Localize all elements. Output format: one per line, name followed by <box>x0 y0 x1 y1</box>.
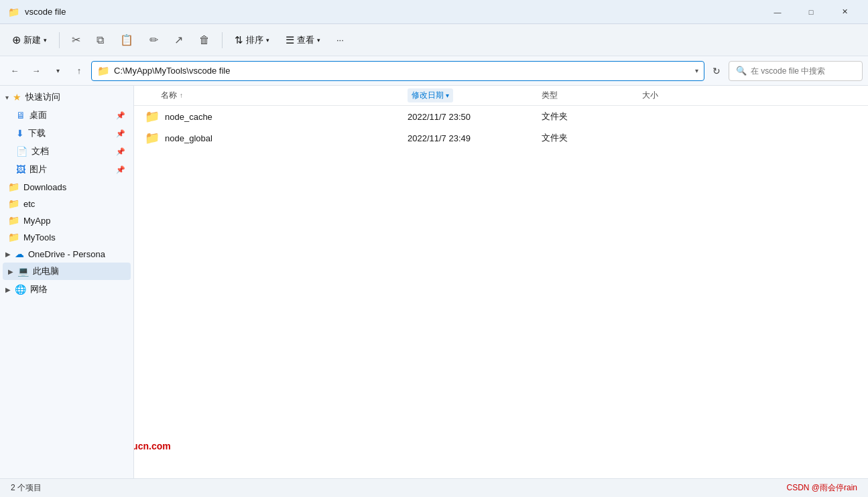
onedrive-label: OneDrive - Persona <box>28 249 105 259</box>
file-name-node-global: node_global <box>165 133 212 143</box>
sidebar-item-myapp[interactable]: 📁 MyApp <box>3 212 131 228</box>
refresh-button[interactable]: ↻ <box>707 62 726 80</box>
status-item-count: 2 个项目 <box>11 482 42 494</box>
address-dropdown-icon[interactable]: ▾ <box>695 67 698 74</box>
delete-button[interactable]: 🗑 <box>192 28 216 52</box>
cut-button[interactable]: ✂ <box>65 28 87 52</box>
window-icon: 📁 <box>8 7 19 17</box>
sidebar: ▾ ★ 快速访问 🖥 桌面 📌 ⬇ 下载 📌 📄 文档 📌 🖼 图片 📌 <box>0 86 134 478</box>
chevron-right-icon-3: ▶ <box>5 286 11 293</box>
close-button[interactable]: ✕ <box>829 3 860 21</box>
download-icon: ⬇ <box>16 128 24 139</box>
name-col-label: 名称 <box>161 90 177 101</box>
sidebar-item-etc[interactable]: 📁 etc <box>3 196 131 212</box>
minimize-button[interactable]: — <box>762 3 793 21</box>
history-dropdown-button[interactable]: ▾ <box>48 62 67 80</box>
sidebar-onedrive-header[interactable]: ▶ ☁ OneDrive - Persona <box>0 246 133 262</box>
sidebar-item-documents[interactable]: 📄 文档 📌 <box>3 143 131 160</box>
sidebar-pictures-label: 图片 <box>29 163 112 175</box>
folder-icon-etc: 📁 <box>8 198 19 209</box>
sort-button[interactable]: ⇅ 排序 ▾ <box>228 28 276 52</box>
cut-icon: ✂ <box>72 33 80 46</box>
file-name-cell-node-cache: 📁 node_cache <box>134 109 402 124</box>
nav-bar: ← → ▾ ↑ 📁 ▾ ↻ 🔍 <box>0 56 868 86</box>
up-button[interactable]: ↑ <box>70 62 88 80</box>
search-box[interactable]: 🔍 <box>729 61 863 81</box>
copy-button[interactable]: ⧉ <box>90 28 111 52</box>
file-name-cell-node-global: 📁 node_global <box>134 131 402 145</box>
sort-up-icon: ↑ <box>180 92 183 99</box>
folder-icon-downloads: 📁 <box>8 182 19 192</box>
pin-icon-4: 📌 <box>116 165 125 174</box>
chevron-down-icon: ▾ <box>5 94 9 101</box>
status-bar: 2 个项目 CSDN @雨会停rain <box>0 478 868 497</box>
chevron-right-icon-2: ▶ <box>8 268 13 275</box>
file-list-header: 名称 ↑ 修改日期 ▾ 类型 大小 <box>134 86 868 106</box>
address-input[interactable] <box>114 66 691 76</box>
forward-button[interactable]: → <box>27 62 46 80</box>
address-folder-icon: 📁 <box>97 65 110 77</box>
watermark-site: Yuucn.com <box>134 441 855 451</box>
view-dropdown-icon: ▾ <box>317 37 320 44</box>
back-button[interactable]: ← <box>5 62 24 80</box>
pin-icon: 📌 <box>116 111 125 120</box>
view-button[interactable]: ☰ 查看 ▾ <box>279 28 327 52</box>
sidebar-myapp-label: MyApp <box>23 216 125 226</box>
col-header-size[interactable]: 大小 <box>637 90 704 101</box>
sort-dropdown-icon: ▾ <box>266 37 269 44</box>
table-row[interactable]: 📁 node_global 2022/11/7 23:49 文件夹 <box>134 127 868 149</box>
maximize-button[interactable]: □ <box>796 3 826 21</box>
copy-icon: ⧉ <box>97 34 104 46</box>
new-dropdown-icon: ▾ <box>44 37 47 44</box>
table-row[interactable]: 📁 node_cache 2022/11/7 23:50 文件夹 <box>134 106 868 127</box>
sidebar-item-this-pc[interactable]: ▶ 💻 此电脑 <box>3 263 131 280</box>
desktop-icon: 🖥 <box>16 110 25 121</box>
more-icon: ··· <box>336 35 344 45</box>
search-icon: 🔍 <box>736 66 747 76</box>
file-date-node-global: 2022/11/7 23:49 <box>402 133 536 143</box>
documents-icon: 📄 <box>16 146 27 157</box>
col-header-name[interactable]: 名称 ↑ <box>134 90 402 101</box>
folder-icon-mytools: 📁 <box>8 232 19 242</box>
main-content: ▾ ★ 快速访问 🖥 桌面 📌 ⬇ 下载 📌 📄 文档 📌 🖼 图片 📌 <box>0 86 868 478</box>
col-header-type[interactable]: 类型 <box>536 90 637 101</box>
sidebar-item-downloads[interactable]: ⬇ 下载 📌 <box>3 125 131 142</box>
date-col-label: 修改日期 <box>412 90 444 101</box>
search-input[interactable] <box>751 66 855 76</box>
sidebar-quick-access-header[interactable]: ▾ ★ 快速访问 <box>0 88 133 106</box>
rename-button[interactable]: ✏ <box>143 28 165 52</box>
col-header-date[interactable]: 修改日期 ▾ <box>402 88 536 102</box>
pin-icon-3: 📌 <box>116 147 125 156</box>
pin-icon-2: 📌 <box>116 129 125 138</box>
sidebar-item-mytools[interactable]: 📁 MyTools <box>3 229 131 245</box>
star-icon: ★ <box>13 92 21 102</box>
file-date-node-cache: 2022/11/7 23:50 <box>402 112 536 122</box>
file-list: 名称 ↑ 修改日期 ▾ 类型 大小 📁 node_cache 2022/ <box>134 86 868 478</box>
sidebar-desktop-label: 桌面 <box>29 109 112 121</box>
sidebar-item-pictures[interactable]: 🖼 图片 📌 <box>3 161 131 178</box>
file-type-node-global: 文件夹 <box>536 132 637 144</box>
sidebar-item-downloads-folder[interactable]: 📁 Downloads <box>3 179 131 195</box>
sidebar-network-header[interactable]: ▶ 🌐 网络 <box>0 281 133 298</box>
network-icon: 🌐 <box>15 284 26 295</box>
paste-button[interactable]: 📋 <box>113 28 140 52</box>
file-name-node-cache: node_cache <box>165 112 212 122</box>
more-button[interactable]: ··· <box>330 28 351 52</box>
network-label: 网络 <box>30 283 48 295</box>
new-button[interactable]: ⊕ 新建 ▾ <box>5 28 54 52</box>
sidebar-item-desktop[interactable]: 🖥 桌面 📌 <box>3 106 131 124</box>
separator-2 <box>222 32 223 48</box>
sidebar-this-pc-label: 此电脑 <box>33 265 125 277</box>
onedrive-icon: ☁ <box>15 248 24 259</box>
window-title: vscode file <box>25 7 66 17</box>
title-bar: 📁 vscode file — □ ✕ <box>0 0 868 24</box>
sidebar-downloads-folder-label: Downloads <box>23 182 125 192</box>
this-pc-icon: 💻 <box>17 266 29 277</box>
sidebar-documents-label: 文档 <box>32 145 112 157</box>
folder-icon-myapp: 📁 <box>8 215 19 226</box>
delete-icon: 🗑 <box>199 34 210 46</box>
address-bar[interactable]: 📁 ▾ <box>91 61 704 81</box>
window-controls: — □ ✕ <box>762 3 860 21</box>
share-button[interactable]: ↗ <box>168 28 190 52</box>
type-col-label: 类型 <box>542 90 558 100</box>
